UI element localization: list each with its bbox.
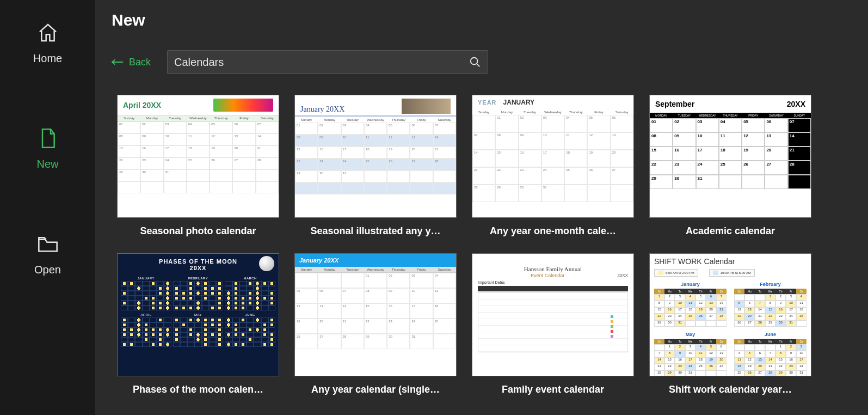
template-label: Seasonal illustrated any y…	[310, 225, 440, 237]
search-button[interactable]	[469, 56, 481, 68]
template-label: Seasonal photo calendar	[140, 225, 256, 237]
template-search-input[interactable]	[174, 56, 469, 69]
legend-shift1: 6:00 AM to 2:00 PM	[666, 271, 694, 274]
open-folder-icon	[37, 233, 59, 257]
page-title: New	[112, 11, 852, 29]
template-thumbnail: April 20XX SundayMondayTuesdayWednesdayT…	[117, 95, 279, 218]
nav-open[interactable]: Open	[0, 233, 95, 276]
nav-home[interactable]: Home	[0, 22, 95, 65]
thumb-title: April 20XX	[123, 101, 161, 109]
thumb-title: September	[655, 100, 694, 108]
nav-open-label: Open	[34, 264, 61, 276]
template-any-year-single[interactable]: January 20XX SundayMondayTuesdayWednesda…	[294, 253, 457, 395]
back-button[interactable]: Back	[112, 57, 151, 68]
thumb-title: SHIFT WORK Calendar	[654, 257, 807, 266]
thumb-subtitle: Event Calendar	[531, 273, 564, 278]
template-label: Shift work calendar year…	[669, 384, 792, 395]
thumb-year: 20XX	[787, 100, 805, 108]
main-panel: New Back April 20XX SundayMondayTuesdayW…	[95, 0, 868, 415]
thumb-title: January 20XX	[300, 105, 344, 114]
search-row: Back	[112, 50, 852, 74]
thumb-title: Hansson Family Annual	[478, 266, 628, 272]
backstage-sidebar: Home New Open	[0, 0, 95, 415]
template-label: Family event calendar	[502, 384, 604, 395]
thumb-year: 20XX	[617, 273, 628, 278]
thumb-month: JANUARY	[503, 99, 535, 106]
home-icon	[37, 22, 59, 46]
thumb-year: YEAR	[478, 99, 497, 106]
template-thumbnail: January 20XX SundayMondayTuesdayWednesda…	[294, 253, 457, 376]
template-any-year-one-month[interactable]: YEAR JANUARY SundayMondayTuesdayWednesda…	[472, 95, 634, 237]
new-file-icon	[37, 127, 59, 151]
template-label: Academic calendar	[686, 225, 775, 237]
nav-new[interactable]: New	[0, 127, 95, 170]
template-thumbnail: January 20XX SundayMondayTuesdayWednesda…	[294, 95, 457, 218]
template-grid: April 20XX SundayMondayTuesdayWednesdayT…	[112, 95, 852, 395]
template-shift-work[interactable]: SHIFT WORK Calendar 6:00 AM to 2:00 PM 1…	[649, 253, 811, 395]
thumb-title: January 20XX	[295, 254, 456, 267]
spring-graphic	[213, 99, 273, 112]
template-seasonal-photo[interactable]: April 20XX SundayMondayTuesdayWednesdayT…	[117, 95, 279, 237]
template-label: Any year calendar (single…	[311, 384, 440, 395]
moon-icon	[259, 256, 274, 271]
thumb-year: 20XX	[190, 265, 207, 271]
thumb-line: Important Dates	[478, 280, 628, 284]
template-moon-phases[interactable]: PHASES OF THE MOON 20XX JANUARYFEBRUARYM…	[117, 253, 279, 395]
template-thumbnail: September 20XX MONDAYTUESDAYWEDNESDAYTHU…	[649, 95, 811, 218]
template-label: Any year one-month cale…	[490, 225, 616, 237]
template-family-event[interactable]: Hansson Family Annual Event Calendar20XX…	[472, 253, 634, 395]
thumb-title: PHASES OF THE MOON	[159, 258, 237, 265]
template-thumbnail: YEAR JANUARY SundayMondayTuesdayWednesda…	[472, 95, 634, 218]
template-seasonal-illustrated[interactable]: January 20XX SundayMondayTuesdayWednesda…	[294, 95, 457, 237]
template-thumbnail: Hansson Family Annual Event Calendar20XX…	[472, 253, 634, 376]
search-icon	[469, 56, 481, 68]
nav-home-label: Home	[33, 52, 62, 65]
template-search-box[interactable]	[167, 50, 488, 74]
template-thumbnail: PHASES OF THE MOON 20XX JANUARYFEBRUARYM…	[117, 253, 279, 376]
back-arrow-icon	[112, 58, 124, 66]
svg-point-0	[471, 58, 478, 65]
winter-graphic	[402, 99, 451, 114]
template-label: Phases of the moon calen…	[133, 384, 263, 395]
legend-shift2: 10:00 PM to 6:00 AM	[721, 271, 751, 274]
nav-new-label: New	[36, 158, 58, 170]
back-label: Back	[129, 57, 151, 68]
template-academic[interactable]: September 20XX MONDAYTUESDAYWEDNESDAYTHU…	[649, 95, 811, 237]
template-thumbnail: SHIFT WORK Calendar 6:00 AM to 2:00 PM 1…	[649, 253, 811, 376]
